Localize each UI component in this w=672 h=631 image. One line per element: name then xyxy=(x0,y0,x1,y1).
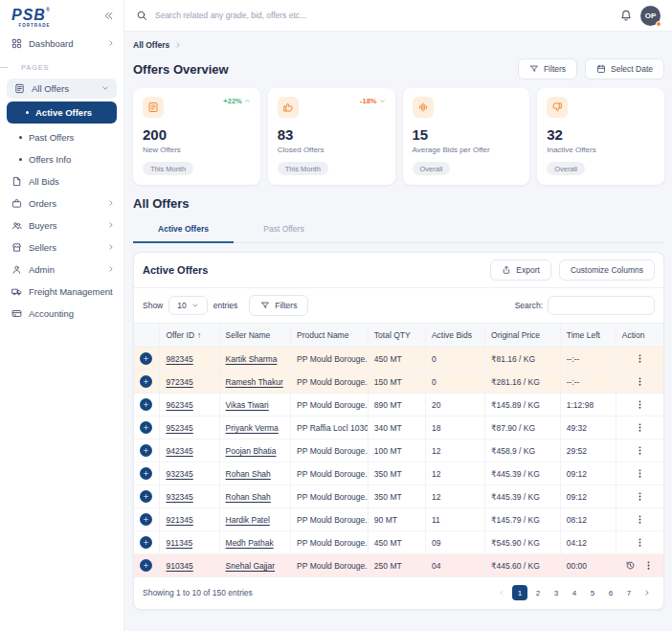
original-price-cell: ₹145.89 / KG xyxy=(485,394,561,417)
column-header-active-bids[interactable]: Active Bids xyxy=(425,324,484,348)
seller-name-link[interactable]: Poojan Bhatia xyxy=(226,446,277,456)
expand-row-button[interactable] xyxy=(140,536,152,549)
column-header-action[interactable]: Action xyxy=(616,324,663,348)
select-date-button[interactable]: Select Date xyxy=(585,58,664,79)
seller-name-link[interactable]: Hardik Patel xyxy=(226,515,270,525)
offer-id-link[interactable]: 972345 xyxy=(166,377,192,387)
expand-row-button[interactable] xyxy=(140,352,152,365)
sidebar-item-freight-management[interactable]: Freight Management xyxy=(0,281,123,303)
row-menu-button[interactable] xyxy=(635,376,645,387)
offer-id-link[interactable]: 952345 xyxy=(166,423,192,433)
row-menu-button[interactable] xyxy=(635,537,645,548)
seller-name-link[interactable]: Ramesh Thakur xyxy=(226,377,283,387)
sidebar-item-buyers[interactable]: Buyers xyxy=(0,214,123,237)
original-price-cell: ₹145.79 / KG xyxy=(485,508,561,531)
expand-row-button[interactable] xyxy=(140,421,152,434)
sidebar-collapse-icon[interactable] xyxy=(103,11,114,21)
pagination-page-3[interactable]: 3 xyxy=(549,585,564,600)
expand-row-button[interactable] xyxy=(140,513,152,526)
seller-name-link[interactable]: Priyank Verma xyxy=(226,423,279,433)
export-icon xyxy=(502,265,511,275)
seller-name-link[interactable]: Snehal Gajjar xyxy=(226,561,276,571)
global-search-input[interactable] xyxy=(155,11,612,20)
row-menu-button[interactable] xyxy=(635,399,645,410)
offer-id-link[interactable]: 982345 xyxy=(166,354,192,364)
expand-row-button[interactable] xyxy=(140,444,152,457)
export-button[interactable]: Export xyxy=(490,259,551,281)
user-avatar[interactable]: OP xyxy=(640,6,661,26)
filters-button[interactable]: Filters xyxy=(518,58,577,79)
tab-active-offers[interactable]: Active Offers xyxy=(133,217,234,243)
notifications-bell-icon[interactable] xyxy=(619,9,633,22)
customize-columns-button[interactable]: Customize Columns xyxy=(559,259,655,281)
table-row: 982345Kartik SharmaPP Mould Borouge...45… xyxy=(134,348,663,371)
offer-id-link[interactable]: 910345 xyxy=(166,561,192,571)
pagination-page-6[interactable]: 6 xyxy=(603,585,618,600)
expand-row-button[interactable] xyxy=(140,375,152,388)
breadcrumb[interactable]: All Offers xyxy=(133,40,664,50)
sidebar-item-orders[interactable]: Orders xyxy=(0,192,123,214)
column-header-total-qty[interactable]: Total QTY xyxy=(368,324,425,348)
column-header-offer-id[interactable]: Offer ID↑ xyxy=(160,324,219,348)
row-menu-button[interactable] xyxy=(635,445,645,456)
column-header-time-left[interactable]: Time Left xyxy=(560,324,616,348)
row-menu-button[interactable] xyxy=(635,353,645,364)
sidebar-item-all-offers[interactable]: All Offers xyxy=(7,79,117,99)
seller-name-link[interactable]: Vikas Tiwari xyxy=(226,400,269,410)
row-menu-button[interactable] xyxy=(635,422,645,433)
table-row: 952345Priyank VermaPP Raffia Locl 1030..… xyxy=(134,417,663,439)
expand-row-button[interactable] xyxy=(140,490,152,503)
seller-name-link[interactable]: Kartik Sharma xyxy=(226,354,278,364)
column-header-product-name[interactable]: Product Name xyxy=(291,324,369,348)
page-size-select[interactable]: 10 xyxy=(168,296,207,315)
offer-id-link[interactable]: 962345 xyxy=(166,400,192,410)
pagination-next-icon[interactable] xyxy=(639,585,655,600)
seller-name-link[interactable]: Rohan Shah xyxy=(226,492,271,502)
seller-name-link[interactable]: Rohan Shah xyxy=(226,469,271,479)
expand-row-button[interactable] xyxy=(140,559,152,572)
funnel-icon xyxy=(529,64,539,74)
sidebar-item-label: Buyers xyxy=(29,220,57,231)
offer-id-link[interactable]: 921345 xyxy=(166,515,192,525)
sidebar-item-active-offers[interactable]: Active Offers xyxy=(7,101,117,124)
expand-row-button[interactable] xyxy=(140,467,152,480)
pagination-page-1[interactable]: 1 xyxy=(512,585,527,600)
offer-id-link[interactable]: 911345 xyxy=(166,538,192,548)
column-header-seller-name[interactable]: Seller Name xyxy=(219,324,291,348)
row-menu-button[interactable] xyxy=(635,491,645,502)
pagination-page-2[interactable]: 2 xyxy=(530,585,546,600)
pagination-prev-icon[interactable] xyxy=(494,585,509,600)
history-icon[interactable] xyxy=(625,560,636,571)
chevron-down-icon xyxy=(191,302,199,309)
table-filters-button[interactable]: Filters xyxy=(249,295,308,316)
offer-id-link[interactable]: 932345 xyxy=(166,492,192,502)
active-bids-cell: 0 xyxy=(425,348,484,371)
offer-id-link[interactable]: 932345 xyxy=(166,469,192,479)
table-search-input[interactable] xyxy=(548,296,655,315)
pagination-page-5[interactable]: 5 xyxy=(585,585,600,600)
show-label: Show xyxy=(143,301,163,310)
sidebar-item-dashboard[interactable]: Dashboard xyxy=(0,33,123,55)
row-menu-button[interactable] xyxy=(635,468,645,479)
card-icon xyxy=(11,308,22,319)
sidebar-item-all-bids[interactable]: All Bids xyxy=(0,170,123,192)
users-icon xyxy=(11,220,22,231)
sidebar-item-past-offers[interactable]: Past Offers xyxy=(0,126,123,148)
product-name-cell: PP Mould Borouge... xyxy=(291,508,369,531)
column-header-original-price[interactable]: Original Price xyxy=(485,324,561,348)
sidebar-item-sellers[interactable]: Sellers xyxy=(0,237,123,259)
expand-row-button[interactable] xyxy=(140,398,152,411)
offer-id-link[interactable]: 942345 xyxy=(166,446,192,456)
sidebar-item-offers-info[interactable]: Offers Info xyxy=(0,148,123,170)
tab-past-offers[interactable]: Past Offers xyxy=(234,217,334,242)
row-menu-button[interactable] xyxy=(635,514,645,525)
total-qty-cell: 250 MT xyxy=(368,554,425,577)
seller-name-link[interactable]: Medh Pathak xyxy=(226,538,274,548)
pagination-page-7[interactable]: 7 xyxy=(621,585,637,600)
row-menu-button[interactable] xyxy=(643,560,654,571)
active-bids-cell: 11 xyxy=(425,508,484,531)
sidebar-item-admin[interactable]: Admin xyxy=(0,259,123,281)
sidebar-item-label: Accounting xyxy=(29,308,74,319)
pagination-page-4[interactable]: 4 xyxy=(567,585,582,600)
sidebar-item-accounting[interactable]: Accounting xyxy=(0,303,123,325)
